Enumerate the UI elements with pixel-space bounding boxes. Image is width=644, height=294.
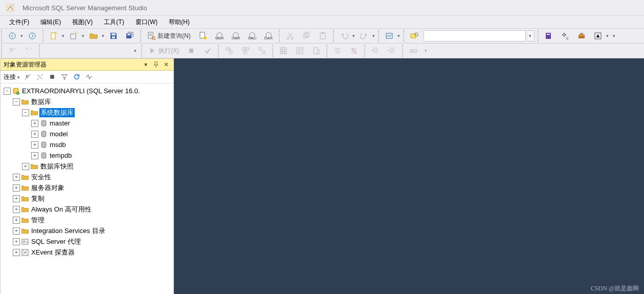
expand-icon[interactable]: + — [31, 120, 38, 127]
expand-icon[interactable]: + — [13, 238, 20, 245]
paste-button[interactable] — [316, 30, 330, 41]
dax-query-button[interactable]: DAX — [261, 30, 276, 41]
collapse-icon[interactable]: − — [13, 98, 20, 106]
tree-node-databases[interactable]: − 数据库 — [1, 96, 173, 107]
dropdown-indicator-icon[interactable]: ▾ — [102, 33, 104, 38]
open-file-button[interactable] — [86, 30, 101, 41]
tree-node-snapshots[interactable]: + 数据库快照 — [1, 161, 173, 172]
tree-node-system-databases[interactable]: − 系统数据库 — [1, 107, 173, 118]
change-connection-button — [21, 45, 36, 56]
tree-node-db-model[interactable]: + model — [1, 129, 173, 139]
filter-icon[interactable] — [60, 72, 69, 81]
menu-view[interactable]: 视图(V) — [67, 17, 98, 28]
new-query-button[interactable]: 新建查询(N) — [144, 30, 194, 41]
redo-button[interactable] — [357, 30, 371, 41]
cut-button[interactable] — [283, 30, 297, 41]
tree-node-replication[interactable]: + 复制 — [1, 193, 173, 204]
copy-button[interactable] — [299, 30, 314, 41]
toolbar-overflow[interactable]: ▾ — [425, 48, 427, 53]
dropdown-indicator-icon[interactable]: ▾ — [62, 33, 64, 38]
registered-servers-button[interactable] — [542, 30, 556, 41]
expand-icon[interactable]: + — [13, 206, 20, 213]
expand-icon[interactable]: + — [13, 249, 20, 256]
expand-icon[interactable]: + — [13, 195, 20, 202]
refresh-icon[interactable] — [72, 72, 81, 81]
start-page-button[interactable] — [591, 30, 605, 41]
svg-rect-8 — [148, 32, 153, 38]
save-button[interactable] — [106, 30, 121, 41]
dropdown-indicator-icon[interactable]: ▾ — [606, 33, 609, 38]
expand-icon[interactable]: + — [31, 152, 38, 159]
xevent-icon — [21, 248, 29, 257]
folder-icon — [21, 184, 29, 192]
display-plan-button — [222, 45, 236, 56]
toolbox-button[interactable] — [574, 30, 589, 41]
menu-tools[interactable]: 工具(T) — [99, 17, 129, 28]
undo-button[interactable] — [337, 30, 351, 41]
mdx-query-button[interactable]: MDX — [212, 30, 227, 41]
collapse-icon[interactable]: − — [4, 88, 11, 95]
pin-icon[interactable] — [152, 60, 160, 69]
new-query-label: 新建查询(N) — [158, 32, 191, 40]
find-button[interactable] — [407, 30, 421, 41]
tree-node-db-master[interactable]: + master — [1, 118, 173, 129]
tree-node-xevent[interactable]: + XEvent 探查器 — [1, 247, 173, 258]
object-explorer-tree[interactable]: − EXTRAORDINARYLI (SQL Server 16.0. − 数据… — [1, 83, 173, 294]
panel-header[interactable]: 对象资源管理器 ▾ ✕ — [1, 59, 173, 71]
dropdown-indicator-icon[interactable]: ▾ — [372, 33, 375, 38]
dropdown-indicator-icon[interactable]: ▾ — [82, 33, 84, 38]
disconnect-icon[interactable] — [35, 72, 45, 81]
menu-window[interactable]: 窗口(W) — [130, 17, 163, 28]
collapse-icon[interactable]: − — [22, 109, 29, 116]
expand-icon[interactable]: + — [13, 174, 20, 181]
tree-node-management[interactable]: + 管理 — [1, 215, 173, 225]
tree-node-db-tempdb[interactable]: + tempdb — [1, 150, 173, 161]
database-engine-query-button[interactable] — [196, 30, 210, 41]
search-input[interactable] — [424, 30, 526, 41]
properties-button[interactable] — [558, 30, 572, 41]
expand-icon[interactable]: + — [31, 131, 38, 138]
dropdown-indicator-icon[interactable]: ▾ — [20, 33, 23, 38]
security-label: 安全性 — [30, 173, 52, 182]
expand-icon[interactable]: + — [13, 227, 20, 235]
activity-monitor-button[interactable] — [382, 30, 396, 41]
xmla-query-button[interactable]: XMLA — [245, 30, 259, 41]
tree-node-agent[interactable]: + SQL Server 代理 — [1, 236, 173, 247]
tree-node-db-msdb[interactable]: + msdb — [1, 139, 173, 150]
dropdown-indicator-icon[interactable]: ▾ — [397, 33, 400, 38]
expand-icon[interactable]: + — [31, 141, 38, 149]
nav-back-button[interactable] — [5, 30, 19, 41]
menu-help[interactable]: 帮助(H) — [164, 17, 195, 28]
nav-forward-button[interactable] — [25, 30, 39, 41]
replication-label: 复制 — [30, 194, 46, 203]
svg-rect-39 — [262, 51, 265, 54]
save-all-button[interactable] — [123, 30, 137, 41]
agent-icon — [21, 238, 29, 246]
expand-icon[interactable]: + — [22, 163, 29, 170]
expand-icon[interactable]: + — [13, 184, 20, 192]
results-file-button — [309, 45, 323, 56]
close-icon[interactable]: ✕ — [162, 60, 170, 69]
new-project-button[interactable] — [66, 30, 81, 41]
new-button[interactable] — [47, 30, 61, 41]
activity-icon[interactable] — [84, 72, 94, 81]
snapshots-label: 数据库快照 — [39, 162, 75, 171]
tree-node-server[interactable]: − EXTRAORDINARYLI (SQL Server 16.0. — [1, 86, 173, 96]
tree-node-server-objects[interactable]: + 服务器对象 — [1, 182, 173, 193]
svg-rect-38 — [259, 48, 261, 50]
database-icon — [39, 119, 48, 128]
connect-dropdown[interactable]: 连接 — [4, 73, 20, 81]
window-position-icon[interactable]: ▾ — [142, 60, 150, 69]
tree-node-integration[interactable]: + Integration Services 目录 — [1, 225, 173, 236]
dropdown-indicator-icon[interactable]: ▾ — [352, 33, 355, 38]
menu-file[interactable]: 文件(F) — [4, 17, 34, 28]
stop-icon[interactable] — [48, 72, 57, 81]
tree-node-security[interactable]: + 安全性 — [1, 172, 173, 182]
search-dropdown[interactable]: ▾ — [528, 30, 535, 41]
menu-edit[interactable]: 编辑(E) — [35, 17, 66, 28]
tree-node-always-on[interactable]: + Always On 高可用性 — [1, 204, 173, 215]
expand-icon[interactable]: + — [13, 217, 20, 224]
connect-object-explorer-icon[interactable] — [23, 72, 32, 81]
toolbar-overflow[interactable]: ▾ — [613, 33, 615, 38]
dmx-query-button[interactable]: DMX — [229, 30, 243, 41]
